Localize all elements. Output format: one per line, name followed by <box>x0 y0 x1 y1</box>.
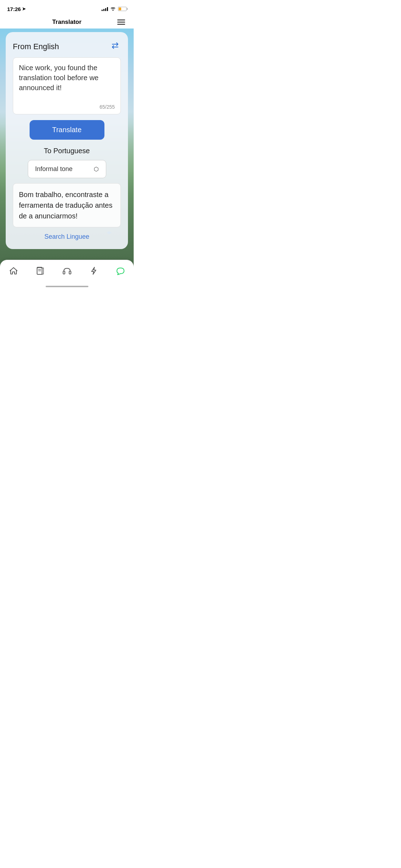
tab-home[interactable] <box>5 265 22 279</box>
tab-dictionary[interactable] <box>31 265 49 279</box>
menu-button[interactable] <box>116 18 127 26</box>
tab-chat[interactable] <box>112 265 129 279</box>
status-bar: 17:26 ➤ <box>0 0 134 16</box>
svg-rect-4 <box>69 271 71 274</box>
tab-flash[interactable] <box>85 265 103 279</box>
svg-rect-3 <box>63 271 65 274</box>
swap-languages-button[interactable] <box>109 41 121 52</box>
book-icon <box>36 266 45 278</box>
translator-card: From English Nice work, you found the tr… <box>6 32 128 249</box>
char-count: 65/255 <box>99 104 115 110</box>
main-content: From English Nice work, you found the tr… <box>0 29 134 267</box>
battery-indicator <box>118 7 127 11</box>
wifi-icon <box>110 6 116 12</box>
tone-dropdown-arrow: ⬡ <box>94 166 99 172</box>
source-text-box[interactable]: Nice work, you found the translation too… <box>13 57 121 114</box>
status-time: 17:26 ➤ <box>7 6 26 12</box>
nav-header: Translator <box>0 16 134 29</box>
hamburger-line-1 <box>117 20 125 20</box>
headphones-icon <box>62 266 72 278</box>
time-display: 17:26 <box>7 6 21 12</box>
tab-listen[interactable] <box>58 265 76 279</box>
tone-select-display[interactable]: Informal tone ⬡ <box>28 160 106 178</box>
search-linguee-section: Search Linguee <box>13 233 121 241</box>
status-icons <box>102 6 127 12</box>
tone-selected-value: Informal tone <box>35 165 73 173</box>
translated-text: Bom trabalho, encontraste a ferramenta d… <box>19 189 115 221</box>
battery-fill <box>119 7 121 10</box>
chat-icon <box>116 266 125 278</box>
search-linguee-link[interactable]: Search Linguee <box>44 233 89 240</box>
lightning-icon <box>89 266 98 278</box>
source-text: Nice work, you found the translation too… <box>19 63 115 93</box>
hamburger-line-2 <box>117 22 125 22</box>
page-title: Translator <box>52 19 81 26</box>
home-indicator <box>46 286 88 287</box>
to-lang-label: To Portuguese <box>13 147 121 155</box>
home-icon <box>9 266 18 278</box>
hamburger-line-3 <box>117 24 125 25</box>
from-lang-label: From English <box>13 42 59 51</box>
output-text-box: Bom trabalho, encontraste a ferramenta d… <box>13 183 121 227</box>
tone-selector-wrapper: Informal tone ⬡ <box>13 160 121 178</box>
location-icon: ➤ <box>22 6 26 11</box>
signal-bars <box>102 7 108 11</box>
from-lang-header: From English <box>13 41 121 52</box>
translate-button[interactable]: Translate <box>30 120 104 140</box>
tab-bar <box>0 260 134 289</box>
